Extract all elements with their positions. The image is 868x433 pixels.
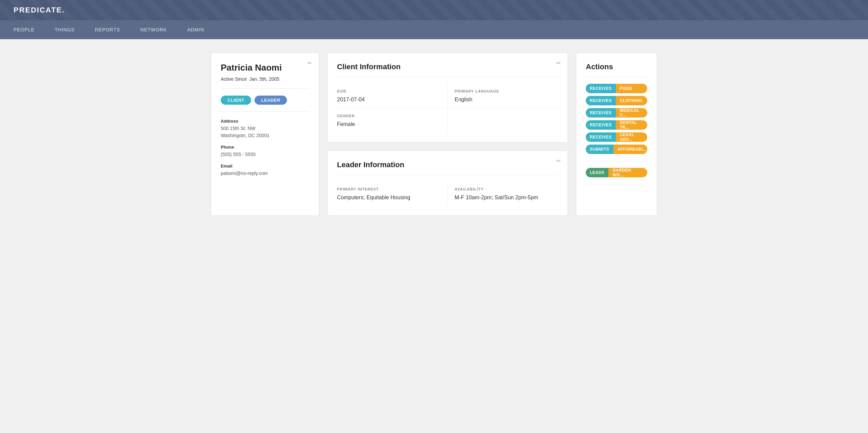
primary-language-value: English [455,97,551,103]
edit-leader-icon[interactable]: ✏ [556,158,561,164]
action-tag-right-4: LEGAL ADV... [616,132,647,142]
middle-panel: ✏ Client Information DOB 2017-07-04 PRIM… [327,53,568,216]
action-tag-4[interactable]: RECEIVES LEGAL ADV... [586,132,647,142]
actions-title: Actions [586,62,647,77]
primary-language-label: PRIMARY LANGUAGE [455,89,551,93]
action-tag-3[interactable]: RECEIVES DENTAL TR... [586,120,647,130]
client-info-title: Client Information [337,62,558,77]
badge-leader: LEADER [255,96,287,105]
active-since-label: Active Since [221,76,247,82]
client-info-grid-2: GENDER Female [337,108,558,133]
address-value: 500 15th St. NW Washingotn, DC 20001 [221,125,309,139]
person-card: ✏ Patricia Naomi Active Since Jan. 5th, … [211,53,319,216]
nav-admin[interactable]: ADMIN [187,27,204,32]
dob-label: DOB [337,89,441,93]
leader-info-title: Leader Information [337,160,558,175]
client-info-grid: DOB 2017-07-04 PRIMARY LANGUAGE English [337,84,558,108]
availability-cell: AVAILABILITY M-F 10am-2pm; Sat/Sun 2pm-5… [448,182,558,206]
gender-value: Female [337,121,441,127]
gender-cell: GENDER Female [337,108,448,133]
primary-interest-value: Computers; Equitable Housing [337,195,441,201]
availability-value: M-F 10am-2pm; Sat/Sun 2pm-5pm [455,195,551,201]
action-tag-right-1: CLOTHING [616,96,647,105]
nav-people[interactable]: PEOPLE [14,27,34,32]
action-tag-leads-0[interactable]: LEADS GARDEN WO... [586,168,647,177]
leader-info-grid: PRIMARY INTEREST Computers; Equitable Ho… [337,182,558,206]
primary-language-cell: PRIMARY LANGUAGE English [448,84,558,108]
client-info-card: ✏ Client Information DOB 2017-07-04 PRIM… [327,53,568,143]
action-tag-0[interactable]: RECEIVES FOOD [586,84,647,93]
main-content: ✏ Patricia Naomi Active Since Jan. 5th, … [197,39,671,229]
action-tag-5[interactable]: SUBMITS AFFORDABL... [586,145,647,154]
action-tag-left-1: RECEIVES [586,96,616,105]
logo: PREDICATE. [14,6,65,15]
action-tag-left-4: RECEIVES [586,132,616,142]
phone-value: (555) 555 - 5555 [221,151,309,158]
person-name: Patricia Naomi [221,62,309,73]
email-value: patiomi@no-reply.com [221,170,309,177]
nav-reports[interactable]: REPORTS [95,27,120,32]
address-label: Address [221,119,309,124]
action-tag-1[interactable]: RECEIVES CLOTHING [586,96,647,105]
action-tag-left-0: RECEIVES [586,84,616,93]
action-tags-group2: LEADS GARDEN WO... [586,168,647,184]
primary-interest-cell: PRIMARY INTEREST Computers; Equitable Ho… [337,182,448,206]
action-tag-right-3: DENTAL TR... [616,120,647,130]
action-tag-right-2: MEDICAL C... [616,108,647,118]
action-tag-right-5: AFFORDABL... [613,145,648,154]
edit-person-icon[interactable]: ✏ [308,60,312,66]
dob-value: 2017-07-04 [337,97,441,103]
action-tag-left-5: SUBMITS [586,145,613,154]
action-tag-leads-right-0: GARDEN WO... [608,168,647,177]
nav-network[interactable]: NETWORK [140,27,167,32]
availability-label: AVAILABILITY [455,187,551,191]
edit-client-icon[interactable]: ✏ [556,60,561,66]
nav-bar: PEOPLE THINGS REPORTS NETWORK ADMIN [0,20,868,39]
header-top: PREDICATE. [0,0,868,20]
contact-section: Address 500 15th St. NW Washingotn, DC 2… [221,119,309,177]
email-label: Email [221,163,309,169]
action-tag-leads-left-0: LEADS [586,168,608,177]
badges: CLIENT LEADER [221,96,309,112]
active-since-value: Jan. 5th, 2005 [249,76,280,82]
action-tag-2[interactable]: RECEIVES MEDICAL C... [586,108,647,118]
action-tags-group1: RECEIVES FOOD RECEIVES CLOTHING RECEIVES… [586,84,647,161]
action-tag-left-3: RECEIVES [586,120,616,130]
gender-label: GENDER [337,114,441,118]
phone-label: Phone [221,145,309,150]
action-tag-right-0: FOOD [616,84,647,93]
primary-interest-label: PRIMARY INTEREST [337,187,441,191]
actions-card: Actions RECEIVES FOOD RECEIVES CLOTHING … [576,53,657,216]
active-since: Active Since Jan. 5th, 2005 [221,76,309,89]
gender-cell-2 [448,108,558,133]
badge-client: CLIENT [221,96,251,105]
dob-cell: DOB 2017-07-04 [337,84,448,108]
nav-things[interactable]: THINGS [55,27,75,32]
leader-info-card: ✏ Leader Information PRIMARY INTEREST Co… [327,151,568,216]
action-tag-left-2: RECEIVES [586,108,616,118]
